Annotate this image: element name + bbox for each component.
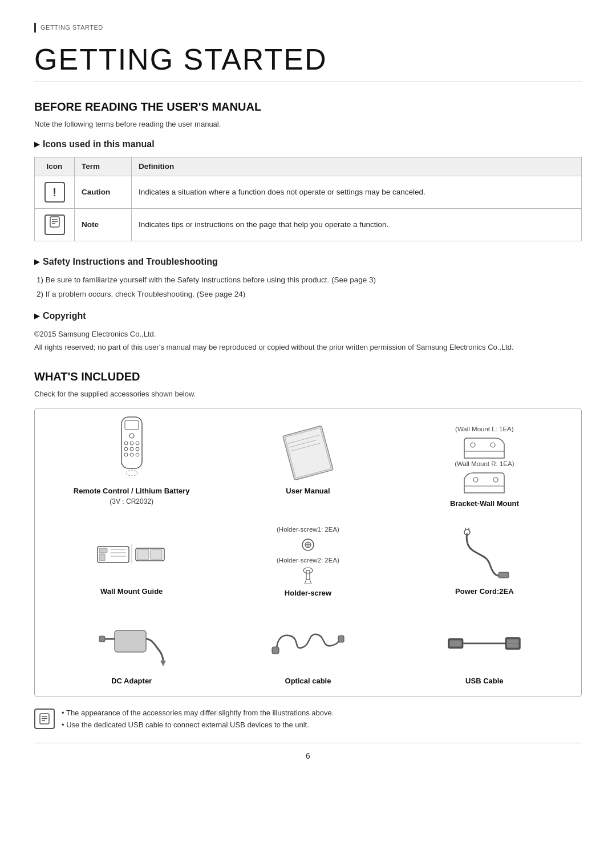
breadcrumb: Getting Started <box>34 23 582 33</box>
whats-included-subtext: Check for the supplied accessories shown… <box>34 388 582 400</box>
accessory-usb-cable: USB Cable <box>399 614 570 686</box>
whats-included-heading: What's Included <box>34 368 582 385</box>
svg-rect-54 <box>450 640 461 646</box>
bracket-sub1: (Wall Mount L: 1EA) <box>455 424 513 434</box>
before-reading-subtext: Note the following terms before reading … <box>34 119 582 130</box>
svg-point-14 <box>130 453 133 456</box>
caution-term: Caution <box>75 176 132 209</box>
holder-screw-image: (Holder-screw1: 2EA) (Holder-screw2: 2EA… <box>271 525 345 584</box>
user-manual-label: User Manual <box>286 486 330 496</box>
bracket-sub2: (Wall Mount R: 1EA) <box>455 459 514 469</box>
note-box-icon <box>34 709 55 729</box>
safety-subsection-title: Safety Instructions and Troubleshooting <box>34 255 582 269</box>
wall-mount-guide-label: Wall Mount Guide <box>100 586 163 597</box>
copyright-line-2: All rights reserved; no part of this use… <box>34 342 582 353</box>
safety-list: Be sure to familiarize yourself with the… <box>34 274 582 300</box>
power-cord-image <box>447 525 521 582</box>
svg-point-12 <box>136 447 139 451</box>
list-item: If a problem occurs, check Troubleshooti… <box>37 289 582 300</box>
accessory-user-manual: User Manual <box>222 424 393 509</box>
table-header-definition: Definition <box>132 157 582 176</box>
notes-box: • The appearance of the accessories may … <box>34 707 582 731</box>
accessory-optical-cable: Optical cable <box>222 614 393 686</box>
holder-sub1: (Holder-screw1: 2EA) <box>277 525 339 535</box>
note-icon <box>44 214 65 235</box>
wall-mount-guide-image <box>95 525 169 582</box>
svg-rect-29 <box>99 548 107 553</box>
remote-control-label: Remote Control / Lithium Battery <box>74 486 190 496</box>
accessories-grid: Remote Control / Lithium Battery (3V : C… <box>46 424 570 687</box>
accessory-holder-screw: (Holder-screw1: 2EA) (Holder-screw2: 2EA… <box>222 525 393 598</box>
note-definition: Indicates tips or instructions on the pa… <box>132 209 582 241</box>
svg-point-11 <box>130 447 133 451</box>
svg-rect-50 <box>99 636 105 642</box>
bracket-wall-mount-image: (Wall Mount L: 1EA) (Wall Mount R: 1EA) <box>447 424 521 495</box>
before-reading-heading: Before Reading the User's Manual <box>34 98 582 115</box>
copyright-subsection-title: Copyright <box>34 309 582 323</box>
page-number: 6 <box>34 743 582 762</box>
table-row: Note Indicates tips or instructions on t… <box>35 209 582 241</box>
page-title: Getting Started <box>34 37 582 82</box>
remote-control-image <box>95 424 169 481</box>
svg-point-27 <box>473 477 478 482</box>
svg-point-26 <box>493 477 498 482</box>
accessory-dc-adapter: DC Adapter <box>46 614 217 686</box>
accessory-remote-control: Remote Control / Lithium Battery (3V : C… <box>46 424 217 509</box>
note-term: Note <box>75 209 132 241</box>
svg-point-6 <box>129 434 134 438</box>
svg-point-23 <box>471 443 475 447</box>
svg-rect-30 <box>99 554 105 561</box>
icons-table: Icon Term Definition ! Caution Indicates… <box>34 157 582 241</box>
bracket-wall-mount-label: Bracket-Wall Mount <box>450 499 519 509</box>
accessory-power-cord: Power Cord:2EA <box>399 525 570 598</box>
copyright-line-1: ©2015 Samsung Electronics Co.,Ltd. <box>34 329 582 340</box>
optical-cable-label: Optical cable <box>285 676 331 686</box>
holder-screw-label: Holder-screw <box>285 588 331 598</box>
svg-point-7 <box>124 442 128 445</box>
icon-caution-cell: ! <box>35 176 75 209</box>
list-item: Be sure to familiarize yourself with the… <box>37 274 582 286</box>
remote-control-sublabel: (3V : CR2032) <box>110 496 153 507</box>
svg-point-24 <box>491 443 495 447</box>
usb-cable-label: USB Cable <box>465 676 503 686</box>
svg-point-9 <box>136 442 139 445</box>
accessory-bracket-wall-mount: (Wall Mount L: 1EA) (Wall Mount R: 1EA) … <box>399 424 570 509</box>
dc-adapter-label: DC Adapter <box>111 676 152 686</box>
svg-point-10 <box>124 447 128 451</box>
usb-cable-image <box>447 614 521 671</box>
svg-rect-52 <box>338 635 344 642</box>
svg-point-16 <box>126 470 137 476</box>
svg-point-13 <box>124 453 128 456</box>
dc-adapter-image <box>95 614 169 671</box>
accessory-wall-mount-guide: Wall Mount Guide <box>46 525 217 598</box>
note-line-2: Use the dedicated USB cable to connect e… <box>66 720 309 729</box>
table-row: ! Caution Indicates a situation where a … <box>35 176 582 209</box>
svg-point-8 <box>130 442 133 445</box>
holder-sub2: (Holder-screw2: 2EA) <box>277 556 339 565</box>
table-header-icon: Icon <box>35 157 75 176</box>
power-cord-label: Power Cord:2EA <box>455 586 514 597</box>
note-line-1: The appearance of the accessories may di… <box>66 709 334 717</box>
svg-rect-36 <box>137 549 149 560</box>
table-header-term: Term <box>75 157 132 176</box>
caution-icon: ! <box>44 182 65 203</box>
notes-text: • The appearance of the accessories may … <box>62 707 334 731</box>
svg-rect-48 <box>115 630 146 652</box>
svg-point-15 <box>136 453 139 456</box>
svg-rect-44 <box>499 572 509 578</box>
whats-included-box: Remote Control / Lithium Battery (3V : C… <box>34 408 582 698</box>
svg-rect-51 <box>272 647 279 654</box>
svg-rect-43 <box>306 570 310 580</box>
icons-subsection-title: Icons used in this manual <box>34 137 582 151</box>
svg-rect-5 <box>125 420 139 430</box>
icon-note-cell <box>35 209 75 241</box>
user-manual-image <box>271 424 345 481</box>
optical-cable-image <box>271 614 345 671</box>
caution-definition: Indicates a situation where a function d… <box>132 176 582 209</box>
svg-rect-37 <box>151 549 162 560</box>
